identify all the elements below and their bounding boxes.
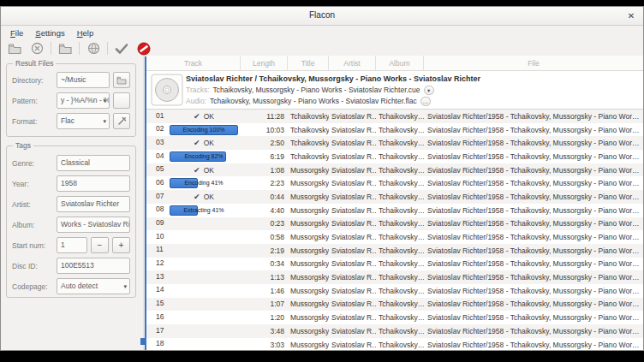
splitter-handle[interactable] xyxy=(140,338,146,345)
start-num-input[interactable]: 1 xyxy=(57,237,87,253)
table-header: Track Length Title Artist Album File xyxy=(146,56,644,71)
audio-browse-button[interactable]: … xyxy=(420,97,431,106)
track-number: 17 xyxy=(156,326,164,335)
column-header-track[interactable]: Track xyxy=(146,56,241,70)
add-folder-icon xyxy=(58,43,72,55)
table-row[interactable]: 15 1:07 Mussorgsky… Sviatoslav R… Tchaik… xyxy=(146,298,644,312)
start-num-increment-button[interactable]: + xyxy=(112,237,130,253)
track-title: Mussorgsky… xyxy=(288,233,329,241)
pattern-extra-button[interactable] xyxy=(113,92,130,109)
pattern-combo[interactable]: y - }%A/%n - %t▾ xyxy=(57,92,110,109)
column-header-length[interactable]: Length xyxy=(241,56,288,70)
table-row[interactable]: 09 0:23 Mussorgsky… Sviatoslav R… Tchaik… xyxy=(146,217,644,231)
table-row[interactable]: 17 3:48 Mussorgsky… Sviatoslav R… Tchaik… xyxy=(146,324,644,338)
album-input[interactable]: Works - Sviatoslav Richter xyxy=(57,217,130,233)
browse-directory-button[interactable] xyxy=(113,72,130,88)
track-artist: Sviatoslav R… xyxy=(329,287,376,295)
title-bar[interactable]: Flacon ✕ xyxy=(1,7,643,26)
track-status xyxy=(170,270,238,284)
track-file: Sviatoslav Richter/1958 - Tchaikovsky, M… xyxy=(424,193,644,201)
artist-label: Artist: xyxy=(12,200,53,209)
abort-button[interactable] xyxy=(135,41,152,56)
codepage-combo[interactable]: Auto detect▾ xyxy=(57,278,130,294)
convert-button[interactable] xyxy=(113,41,130,56)
add-file-icon xyxy=(8,43,21,55)
track-number: 06 xyxy=(156,178,164,187)
genre-input[interactable]: Classical xyxy=(57,155,130,171)
table-row[interactable]: 10 0:58 Mussorgsky… Sviatoslav R… Tchaik… xyxy=(146,230,644,244)
track-length: 1:20 xyxy=(241,313,288,322)
track-album: Tchaikovsky… xyxy=(376,179,424,187)
cue-file-name: Tchaikovsky, Mussorgsky - Piano Works - … xyxy=(213,86,420,94)
track-number: 04 xyxy=(156,151,164,160)
menu-settings[interactable]: Settings xyxy=(29,27,70,39)
cue-select-button[interactable]: ▾ xyxy=(424,86,434,95)
directory-input[interactable]: ~/Music xyxy=(57,72,110,88)
add-folder-button[interactable] xyxy=(57,41,74,56)
configure-encoder-button[interactable] xyxy=(113,113,130,129)
genre-label: Genre: xyxy=(12,159,53,168)
track-album: Tchaikovsky… xyxy=(376,233,424,241)
table-row[interactable]: 03 ✔OK 2:50 Tchaikovsky… Sviatoslav R… T… xyxy=(146,136,644,150)
track-status xyxy=(170,230,238,244)
table-row[interactable]: 01 ✔OK 11:28 Tchaikovsky… Sviatoslav R… … xyxy=(146,110,644,123)
track-length: 1:08 xyxy=(241,166,288,175)
result-files-legend: Result Files xyxy=(13,59,56,68)
close-icon[interactable]: ✕ xyxy=(624,9,638,23)
pattern-label: Pattern: xyxy=(12,97,53,105)
disc-id-input[interactable]: 100E5513 xyxy=(57,258,130,274)
track-number: 03 xyxy=(156,138,164,146)
track-status: Encoding 41% xyxy=(170,176,238,190)
toolbar-separator xyxy=(107,42,108,55)
column-header-file[interactable]: File xyxy=(424,56,644,70)
format-label: Format: xyxy=(12,117,53,126)
track-album: Tchaikovsky… xyxy=(376,273,424,282)
chevron-down-icon[interactable]: ▾ xyxy=(103,114,106,128)
column-header-artist[interactable]: Artist xyxy=(329,56,376,70)
chevron-down-icon[interactable]: ▾ xyxy=(103,93,106,108)
table-row[interactable]: 02 Encoding 100% 10:03 Tchaikovsky… Svia… xyxy=(146,123,644,137)
track-number: 16 xyxy=(156,312,164,321)
artist-input[interactable]: Sviatoslav Richter xyxy=(57,196,130,212)
table-row[interactable]: 05 ✔OK 1:08 Mussorgsky… Sviatoslav R… Tc… xyxy=(146,163,644,177)
cddb-download-button[interactable] xyxy=(85,41,102,56)
track-status xyxy=(170,311,238,324)
format-combo[interactable]: Flac▾ xyxy=(57,113,110,129)
table-row[interactable]: 12 0:34 Mussorgsky… Sviatoslav R… Tchaik… xyxy=(146,258,644,271)
track-number: 15 xyxy=(156,299,164,307)
track-file: Sviatoslav Richter/1958 - Tchaikovsky, M… xyxy=(424,246,644,255)
table-row[interactable]: 18 3:03 Mussorgsky… Sviatoslav R… Tchaik… xyxy=(146,338,644,351)
track-album: Tchaikovsky… xyxy=(376,112,424,121)
table-row[interactable]: 14 1:46 Mussorgsky… Sviatoslav R… Tchaik… xyxy=(146,284,644,298)
folder-icon xyxy=(116,76,127,85)
table-row[interactable]: 08 Extracting 41% 4:40 Mussorgsky… Sviat… xyxy=(146,204,644,217)
audio-label: Audio: xyxy=(186,97,206,105)
track-artist: Sviatoslav R… xyxy=(329,206,376,215)
column-header-album[interactable]: Album xyxy=(376,56,424,70)
remove-button[interactable] xyxy=(28,41,45,56)
track-length: 1:46 xyxy=(241,287,288,295)
table-row[interactable]: 04 Encoding 82% 6:19 Tchaikovsky… Sviato… xyxy=(146,150,644,163)
menu-file[interactable]: File xyxy=(4,27,29,39)
track-length: 4:40 xyxy=(241,206,288,215)
table-row[interactable]: 11 2:19 Mussorgsky… Sviatoslav R… Tchaik… xyxy=(146,244,644,258)
table-row[interactable]: 16 1:20 Mussorgsky… Sviatoslav R… Tchaik… xyxy=(146,311,644,324)
status-ok-text: OK xyxy=(204,139,214,147)
start-num-decrement-button[interactable]: − xyxy=(91,237,109,253)
add-file-button[interactable] xyxy=(6,41,23,56)
track-file: Sviatoslav Richter/1958 - Tchaikovsky, M… xyxy=(424,327,644,335)
column-header-title[interactable]: Title xyxy=(288,56,329,70)
track-length: 0:58 xyxy=(241,233,288,241)
track-status xyxy=(170,284,238,298)
table-row[interactable]: 13 1:13 Mussorgsky… Sviatoslav R… Tchaik… xyxy=(146,270,644,284)
year-input[interactable]: 1958 xyxy=(57,175,130,192)
chevron-down-icon[interactable]: ▾ xyxy=(123,279,127,294)
track-table-body: 01 ✔OK 11:28 Tchaikovsky… Sviatoslav R… … xyxy=(146,110,644,351)
menu-help[interactable]: Help xyxy=(71,27,100,39)
table-row[interactable]: 07 ✔OK 0:44 Mussorgsky… Sviatoslav R… Tc… xyxy=(146,190,644,204)
track-artist: Sviatoslav R… xyxy=(329,166,376,175)
album-header-row[interactable]: Sviatoslav Richter / Tchaikovsky, Mussor… xyxy=(146,71,644,110)
track-length: 2:23 xyxy=(241,179,288,187)
track-title: Mussorgsky… xyxy=(288,166,329,175)
table-row[interactable]: 06 Encoding 41% 2:23 Mussorgsky… Sviatos… xyxy=(146,176,644,190)
